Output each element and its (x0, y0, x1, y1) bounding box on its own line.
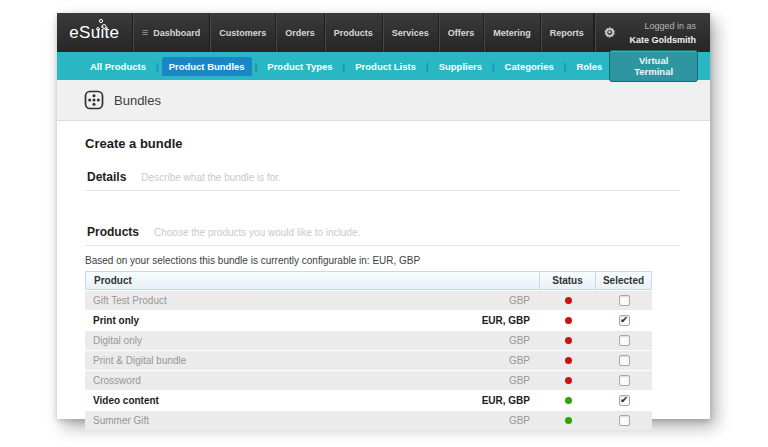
table-body: Gift Test ProductGBPPrint onlyEUR, GBP✔D… (85, 291, 652, 430)
topnav-item-reports[interactable]: Reports (540, 13, 594, 52)
status-red-indicator (565, 337, 572, 344)
config-note: Based on your selections this bundle is … (85, 255, 680, 266)
topnav-item-label: Dashboard (153, 28, 200, 38)
selected-cell (596, 375, 652, 386)
products-label: Products (87, 225, 139, 239)
status-cell (540, 377, 596, 384)
table-row: CrosswordGBP (85, 371, 652, 390)
table-row: Print & Digital bundleGBP (85, 351, 652, 370)
table-header-row: Product Status Selected (85, 271, 652, 290)
topnav-item-dashboard[interactable]: ≡Dashboard (132, 13, 209, 52)
user-name: Kate Goldsmith (629, 35, 696, 45)
selected-cell (596, 355, 652, 366)
topnav-item-label: Customers (219, 28, 266, 38)
selected-cell: ✔ (596, 395, 652, 406)
product-currencies: GBP (509, 335, 530, 346)
column-header-status[interactable]: Status (539, 272, 595, 289)
product-currencies: GBP (509, 375, 530, 386)
settings-gear-button[interactable]: ⚙ (594, 13, 625, 52)
logged-in-prefix: Logged in as (644, 21, 696, 31)
topnav-item-offers[interactable]: Offers (438, 13, 484, 52)
status-cell (540, 317, 596, 324)
details-section-header: Details Describe what the bundle is for. (85, 170, 680, 191)
logo[interactable]: eSuite (57, 13, 132, 52)
subnav-separator: | (492, 61, 495, 72)
subnav-item-product-types[interactable]: Product Types (260, 57, 339, 76)
sub-navbar: All Products|Product Bundles|Product Typ… (57, 52, 710, 80)
topnav-item-label: Metering (493, 28, 531, 38)
product-currencies: GBP (509, 415, 530, 426)
subnav-item-all-products[interactable]: All Products (83, 57, 153, 76)
products-table: Product Status Selected Gift Test Produc… (85, 271, 652, 430)
top-navbar: eSuite ≡DashboardCustomersOrdersProducts… (57, 13, 710, 52)
page-header-band: Bundles (57, 80, 710, 121)
status-red-indicator (565, 357, 572, 364)
table-row: Gift Test ProductGBP (85, 291, 652, 310)
details-label: Details (87, 170, 126, 184)
subnav-item-suppliers[interactable]: Suppliers (432, 57, 489, 76)
topnav-item-label: Orders (285, 28, 315, 38)
selected-checkbox[interactable] (619, 415, 630, 426)
status-red-indicator (565, 317, 572, 324)
selected-checkbox[interactable]: ✔ (619, 395, 630, 406)
column-header-selected[interactable]: Selected (595, 272, 651, 289)
status-red-indicator (565, 297, 572, 304)
subnav-item-product-bundles[interactable]: Product Bundles (162, 57, 252, 76)
status-green-indicator (565, 397, 572, 404)
selected-checkbox[interactable] (619, 335, 630, 346)
status-cell (540, 417, 596, 424)
subnav-item-categories[interactable]: Categories (498, 57, 561, 76)
topnav-item-label: Services (392, 28, 429, 38)
selected-checkbox[interactable] (619, 355, 630, 366)
subnav-separator: | (426, 61, 429, 72)
page-title: Bundles (114, 93, 161, 108)
topnav-item-customers[interactable]: Customers (209, 13, 275, 52)
gear-icon: ⚙ (604, 25, 616, 40)
status-cell (540, 357, 596, 364)
subnav-separator: | (343, 61, 346, 72)
virtual-terminal-button[interactable]: Virtual Terminal (609, 50, 698, 82)
subnav-separator: | (255, 61, 258, 72)
logged-in-text: Logged in as Kate Goldsmith (624, 20, 696, 48)
logo-bubbles-icon (94, 18, 108, 32)
status-green-indicator (565, 417, 572, 424)
status-cell (540, 397, 596, 404)
product-currencies: GBP (509, 295, 530, 306)
topnav-item-orders[interactable]: Orders (275, 13, 324, 52)
product-name: Summer Gift (93, 415, 149, 426)
subnav-item-product-lists[interactable]: Product Lists (348, 57, 423, 76)
table-row: Digital onlyGBP (85, 331, 652, 350)
details-hint: Describe what the bundle is for. (141, 172, 281, 183)
selected-checkbox[interactable] (619, 295, 630, 306)
table-row: Summer GiftGBP (85, 411, 652, 430)
form-heading: Create a bundle (85, 136, 680, 151)
product-name: Digital only (93, 335, 142, 346)
product-name: Crossword (93, 375, 141, 386)
product-cell: Digital onlyGBP (85, 335, 540, 346)
column-header-product[interactable]: Product (86, 272, 539, 289)
subnav-item-roles[interactable]: Roles (569, 57, 609, 76)
main-content: Create a bundle Details Describe what th… (57, 121, 710, 430)
selected-cell (596, 415, 652, 426)
topnav-items: ≡DashboardCustomersOrdersProductsService… (132, 13, 594, 52)
topnav-item-services[interactable]: Services (382, 13, 438, 52)
product-cell: Video contentEUR, GBP (85, 395, 540, 406)
product-cell: CrosswordGBP (85, 375, 540, 386)
product-cell: Print onlyEUR, GBP (85, 315, 540, 326)
products-hint: Choose the products you would like to in… (154, 227, 360, 238)
selected-checkbox[interactable]: ✔ (619, 315, 630, 326)
topnav-item-metering[interactable]: Metering (483, 13, 540, 52)
topnav-item-label: Offers (448, 28, 475, 38)
product-currencies: GBP (509, 355, 530, 366)
selected-cell (596, 335, 652, 346)
status-cell (540, 297, 596, 304)
topnav-item-products[interactable]: Products (324, 13, 382, 52)
product-name: Gift Test Product (93, 295, 167, 306)
product-name: Print only (93, 315, 139, 326)
subnav-separator: | (156, 61, 159, 72)
status-cell (540, 337, 596, 344)
selected-checkbox[interactable] (619, 375, 630, 386)
table-row: Print onlyEUR, GBP✔ (85, 311, 652, 330)
bundles-icon (84, 90, 104, 110)
app-window: eSuite ≡DashboardCustomersOrdersProducts… (57, 13, 710, 419)
